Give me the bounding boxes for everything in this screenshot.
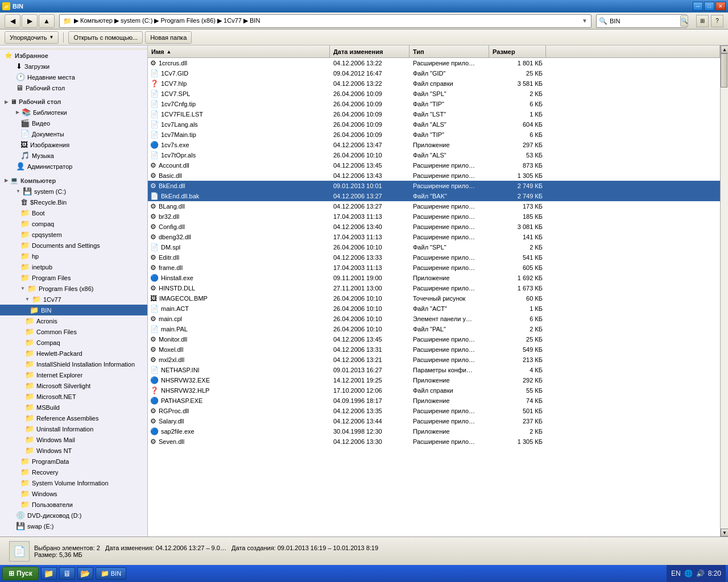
table-row[interactable]: 📄 1cv7Cnfg.tip 26.04.2006 10:09 Файл "TI… [148,99,720,109]
taskbar-icon2[interactable]: 🖥 [59,567,75,580]
up-button[interactable]: ▲ [39,14,55,28]
table-row[interactable]: ⚙ BLang.dll 04.12.2006 13:27 Расширение … [148,201,720,211]
sidebar-desktop-header[interactable]: ▶ 🖥 Рабочий стол [0,97,147,107]
sidebar-item-recent[interactable]: 🕐 Недавние места [0,72,147,82]
sidebar-compaq2[interactable]: 📁 Compaq [0,337,147,348]
table-row[interactable]: ⚙ Account.dll 04.12.2006 13:45 Расширени… [148,160,720,171]
sidebar-common-files[interactable]: 📁 Common Files [0,326,147,337]
table-row[interactable]: 📄 main.ACT 26.04.2006 10:10 Файл "ACT" 1… [148,304,720,314]
table-row[interactable]: 📄 1Cv7.GID 09.04.2012 16:47 Файл "GID" 2… [148,68,720,78]
tray-network[interactable]: 🌐 [684,569,693,577]
minimize-button[interactable]: ─ [693,2,703,11]
sidebar-program-files-x86[interactable]: ▼ 📁 Program Files (x86) [0,283,147,294]
table-row[interactable]: ⚙ Editr.dll 04.12.2006 13:33 Расширение … [148,252,720,263]
sidebar-users[interactable]: 📁 Пользователи [0,499,147,510]
sidebar-documents[interactable]: 📄 Документы [0,128,147,139]
sidebar-silverlight[interactable]: 📁 Microsoft Silverlight [0,380,147,391]
address-dropdown-arrow[interactable]: ▼ [582,18,588,24]
table-row[interactable]: ⚙ 1crcrus.dll 04.12.2006 13:22 Расширени… [148,58,720,68]
sidebar-inetpub[interactable]: 📁 inetpub [0,261,147,272]
sidebar-dotnet[interactable]: 📁 Microsoft.NET [0,391,147,402]
sidebar-video[interactable]: 🎬 Видео [0,118,147,128]
sidebar-boot[interactable]: 📁 Boot [0,207,147,218]
table-row[interactable]: ⚙ dbeng32.dll 17.04.2003 11:13 Расширени… [148,232,720,242]
table-row[interactable]: 🖼 IMAGECOL.BMP 26.04.2006 10:10 Точечный… [148,293,720,304]
table-row[interactable]: ⚙ HINSTD.DLL 27.11.2001 13:00 Расширение… [148,283,720,293]
table-row[interactable]: ❓ NHSRVW32.HLP 17.10.2000 12:06 Файл спр… [148,385,720,396]
sidebar-programdata[interactable]: 📁 ProgramData [0,456,147,467]
sidebar-music[interactable]: 🎵 Музыка [0,150,147,161]
sidebar-item-desktop-fav[interactable]: 🖥 Рабочий стол [0,82,147,93]
sidebar-admin[interactable]: 👤 Администратор [0,161,147,172]
sidebar-uninstall[interactable]: 📁 Uninstall Information [0,423,147,434]
vertical-scrollbar[interactable]: ▲ ▼ [720,45,728,537]
table-row[interactable]: 📄 1cv7Main.tip 26.04.2006 10:09 Файл "TI… [148,130,720,140]
table-row[interactable]: ⚙ Config.dll 04.12.2006 13:40 Расширение… [148,222,720,232]
table-row[interactable]: ⚙ Seven.dll 04.12.2006 13:30 Расширение … [148,436,720,447]
sidebar-compaq[interactable]: 📁 compaq [0,218,147,229]
sidebar-hp[interactable]: 📁 hp [0,251,147,261]
scroll-track[interactable] [721,53,728,529]
sidebar-recycle[interactable]: 🗑 $Recycle.Bin [0,197,147,207]
sidebar-documents-settings[interactable]: 📁 Documents and Settings [0,240,147,251]
sidebar-windows[interactable]: 📁 Windows [0,488,147,499]
organize-button[interactable]: Упорядочить ▼ [5,31,59,44]
maximize-button[interactable]: □ [704,2,714,11]
sidebar-ie[interactable]: 📁 Internet Explorer [0,369,147,380]
table-row[interactable]: 📄 NETHASP.INI 09.01.2013 16:27 Параметры… [148,365,720,375]
sidebar-windows-mail[interactable]: 📁 Windows Mail [0,434,147,445]
open-with-button[interactable]: Открыть с помощью... [68,31,143,44]
table-row[interactable]: 📄 DM.spl 26.04.2006 10:10 Файл "SPL" 2 К… [148,242,720,252]
sidebar-acronis[interactable]: 📁 Acronis [0,315,147,326]
sidebar-computer-header[interactable]: ▶ 💻 Компьютер [0,175,147,186]
table-row[interactable]: 📄 1cv7Lang.als 26.04.2006 10:09 Файл "AL… [148,119,720,130]
forward-button[interactable]: ▶ [22,14,38,28]
col-header-date[interactable]: Дата изменения [330,45,410,57]
table-row[interactable]: ⚙ RGProc.dll 04.12.2006 13:35 Расширение… [148,406,720,416]
table-row[interactable]: ❓ 1CV7.hlp 04.12.2006 13:22 Файл справки… [148,78,720,89]
sidebar-windows-nt[interactable]: 📁 Windows NT [0,445,147,456]
help-button[interactable]: ? [711,15,723,27]
sidebar-1cv77[interactable]: ▼ 📁 1Cv77 [0,294,147,305]
sidebar-sysvolinfo[interactable]: 📁 System Volume Information [0,477,147,488]
table-row[interactable]: ⚙ main.cpl 26.04.2006 10:10 Элемент пане… [148,314,720,324]
table-row[interactable]: 📄 BkEnd.dll.bak 04.12.2006 13:27 Файл "B… [148,191,720,201]
table-row[interactable]: 🔵 PATHASP.EXE 04.09.1996 18:17 Приложени… [148,396,720,406]
table-row[interactable]: 🔵 1cv7s.exe 04.12.2006 13:47 Приложение … [148,140,720,150]
view-options-button[interactable]: ⊞ [696,15,709,27]
sidebar-item-downloads[interactable]: ⬇ Загрузки [0,61,147,72]
sidebar-dvd[interactable]: 💿 DVD-дисковод (D:) [0,510,147,521]
table-row[interactable]: ⚙ BkEnd.dll 09.01.2013 10:01 Расширение … [148,181,720,191]
search-box[interactable]: 🔍 🔍 [596,14,687,28]
table-row[interactable]: ⚙ br32.dll 17.04.2003 11:13 Расширение п… [148,211,720,222]
sidebar-swap[interactable]: 💾 swap (E:) [0,521,147,531]
table-row[interactable]: ⚙ Salary.dll 04.12.2006 13:44 Расширение… [148,416,720,426]
table-row[interactable]: 📄 main.PAL 26.04.2006 10:10 Файл "PAL" 2… [148,324,720,334]
sidebar-libraries[interactable]: ▶ 📚 Библиотеки [0,107,147,118]
sidebar-cpqsystem[interactable]: 📁 cpqsystem [0,229,147,240]
sidebar-msbuild[interactable]: 📁 MSBuild [0,402,147,413]
search-button[interactable]: 🔍 [680,15,688,27]
start-button[interactable]: ⊞ Пуск [2,567,39,580]
sidebar-system-c[interactable]: ▼ 💾 system (C:) [0,186,147,197]
back-button[interactable]: ◀ [5,14,20,28]
table-row[interactable]: 📄 1cv7tOpr.als 26.04.2006 10:10 Файл "AL… [148,150,720,160]
tray-lang[interactable]: EN [671,569,681,577]
scroll-up-button[interactable]: ▲ [721,45,728,53]
table-row[interactable]: 🔵 Hinstall.exe 09.11.2001 19:00 Приложен… [148,273,720,283]
table-row[interactable]: 🔵 sap2file.exe 30.04.1998 12:30 Приложен… [148,426,720,436]
sidebar-ref-assemblies[interactable]: 📁 Reference Assemblies [0,413,147,423]
sidebar-installshield[interactable]: 📁 InstallShield Installation Information [0,359,147,369]
scroll-thumb[interactable] [721,53,727,88]
table-row[interactable]: ⚙ Basic.dll 04.12.2006 13:43 Расширение … [148,171,720,181]
table-row[interactable]: ⚙ mxl2xl.dll 04.12.2006 13:21 Расширение… [148,355,720,365]
taskbar-active-window[interactable]: 📁 BIN [96,567,126,580]
table-row[interactable]: 🔵 NHSRVW32.EXE 14.12.2001 19:25 Приложен… [148,375,720,385]
col-header-type[interactable]: Тип [410,45,489,57]
taskbar-icon3[interactable]: 📂 [77,567,93,580]
sidebar-images[interactable]: 🖼 Изображения [0,139,147,150]
taskbar-icon1[interactable]: 📁 [41,567,57,580]
table-row[interactable]: 📄 1CV7.SPL 26.04.2006 10:09 Файл "SPL" 2… [148,89,720,99]
sidebar-hp2[interactable]: 📁 Hewlett-Packard [0,348,147,359]
sidebar-bin[interactable]: 📁 BIN [0,305,147,315]
